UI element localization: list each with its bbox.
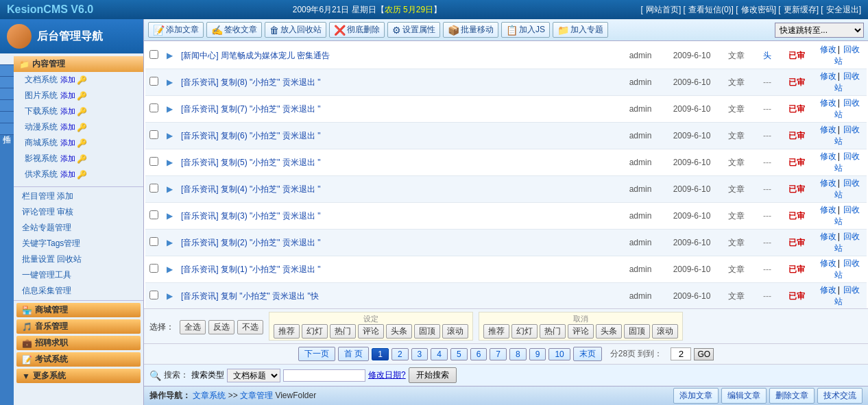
- search-type-select[interactable]: 文档标题 文档内容 作者: [227, 369, 280, 382]
- row-recycle-link[interactable]: 回收站: [834, 232, 860, 253]
- add-topic-button[interactable]: 📁 加入专题: [553, 22, 608, 38]
- row-edit-link[interactable]: 修改: [820, 125, 836, 134]
- cal-date[interactable]: 5月29日: [403, 5, 433, 14]
- sidebar-item-download[interactable]: 下载系统 添加 🔑: [14, 103, 143, 119]
- sidebar-item-comment[interactable]: 评论管理 审核: [14, 204, 143, 220]
- sidebar-item-onetool[interactable]: 一键管理工具: [14, 267, 143, 283]
- sidebar-item-article[interactable]: 文档系统 添加 🔑: [14, 72, 143, 88]
- search-input[interactable]: [283, 369, 365, 382]
- row-checkbox[interactable]: [149, 157, 158, 166]
- sidebar-item-keyword[interactable]: 关键字Tags管理: [14, 236, 143, 251]
- tab-content[interactable]: 内容: [0, 53, 14, 65]
- tab-tag[interactable]: 标签: [0, 100, 14, 112]
- row-title[interactable]: [音乐资讯] 复制 "小拍芝" 贡米退出 "快: [181, 291, 319, 301]
- search-date-link[interactable]: 修改日期?: [368, 369, 406, 381]
- section-music[interactable]: 🎵 音乐管理: [16, 319, 141, 334]
- shop-add-btn[interactable]: 添加: [60, 138, 75, 148]
- row-recycle-link[interactable]: 回收站: [834, 151, 860, 173]
- invert-select-btn[interactable]: 反选: [208, 320, 234, 334]
- row-recycle-link[interactable]: 回收站: [834, 258, 860, 280]
- tab-settings[interactable]: 设置: [0, 65, 14, 77]
- row-edit-link[interactable]: 修改: [820, 45, 836, 54]
- nav-logout[interactable]: 安全退出: [826, 5, 859, 14]
- article-icon-btn[interactable]: 🔑: [77, 75, 87, 85]
- row-checkbox[interactable]: [149, 264, 158, 273]
- row-title[interactable]: [音乐资讯] 复制(2) "小拍芝" 贡米退出 ": [181, 238, 320, 247]
- nav-refresh[interactable]: 更新缓存: [784, 5, 817, 14]
- tab-plugin[interactable]: 插件: [0, 123, 14, 135]
- sidebar-item-image[interactable]: 图片系统 添加 🔑: [14, 88, 143, 103]
- page-8-btn[interactable]: 8: [509, 348, 527, 360]
- row-edit-link[interactable]: 修改: [820, 98, 836, 108]
- row-tag[interactable]: 头: [754, 42, 781, 69]
- row-recycle-link[interactable]: 回收站: [834, 125, 860, 146]
- nav-sms[interactable]: 查看短信(0): [688, 5, 732, 14]
- sidebar-item-supply[interactable]: 供求系统 添加 🔑: [14, 167, 143, 182]
- page-2-btn[interactable]: 2: [391, 348, 409, 360]
- set-attr-button[interactable]: ⚙ 设置属性: [387, 22, 440, 38]
- supply-icon-btn[interactable]: 🔑: [77, 170, 87, 180]
- row-title[interactable]: [新闻中心] 周笔畅成为媒体宠儿 密集通告: [181, 51, 330, 60]
- cancel-hot-btn[interactable]: 热门: [540, 324, 566, 339]
- image-icon-btn[interactable]: 🔑: [77, 91, 87, 101]
- row-recycle-link[interactable]: 回收站: [834, 45, 860, 66]
- row-edit-link[interactable]: 修改: [820, 205, 836, 214]
- last-page-btn[interactable]: 末页: [573, 347, 602, 361]
- delete-button[interactable]: ❌ 彻底删除: [329, 22, 385, 38]
- set-comment-btn[interactable]: 评论: [358, 324, 384, 339]
- row-edit-link[interactable]: 修改: [820, 232, 836, 241]
- status-delete-btn[interactable]: 删除文章: [769, 388, 815, 404]
- page-6-btn[interactable]: 6: [470, 348, 487, 360]
- tab-model[interactable]: 模型: [0, 88, 14, 100]
- section-exam[interactable]: 📝 考试系统: [16, 352, 141, 367]
- row-checkbox[interactable]: [149, 291, 158, 299]
- shop-icon-btn[interactable]: 🔑: [77, 138, 87, 148]
- quick-jump-select[interactable]: 快速跳转至...: [775, 23, 864, 38]
- set-headline-btn[interactable]: 头条: [386, 324, 412, 339]
- status-tech-btn[interactable]: 技术交流: [817, 388, 863, 404]
- row-edit-link[interactable]: 修改: [820, 71, 836, 81]
- row-edit-link[interactable]: 修改: [820, 151, 836, 161]
- row-edit-link[interactable]: 修改: [820, 285, 836, 295]
- anime-icon-btn[interactable]: 🔑: [77, 123, 87, 132]
- row-tag-value[interactable]: 头: [763, 51, 771, 60]
- row-title[interactable]: [音乐资讯] 复制(7) "小拍芝" 贡米退出 ": [181, 104, 320, 114]
- row-recycle-link[interactable]: 回收站: [834, 285, 860, 306]
- page-9-btn[interactable]: 9: [529, 348, 546, 360]
- row-title[interactable]: [音乐资讯] 复制(5) "小拍芝" 贡米退出 ": [181, 158, 320, 167]
- sidebar-item-special[interactable]: 全站专题管理: [14, 220, 143, 236]
- path-article-mgmt[interactable]: 文章管理: [240, 391, 273, 400]
- nav-password[interactable]: 修改密码: [741, 5, 774, 14]
- set-pin-btn[interactable]: 固顶: [414, 324, 440, 339]
- cancel-pin-btn[interactable]: 固顶: [624, 324, 650, 339]
- cancel-slide-btn[interactable]: 幻灯: [511, 324, 538, 339]
- section-shop[interactable]: 🏪 商城管理: [16, 303, 141, 317]
- add-article-button[interactable]: 📝 添加文章: [148, 22, 204, 38]
- status-add-btn[interactable]: 添加文章: [673, 388, 719, 404]
- row-checkbox[interactable]: [149, 210, 158, 219]
- row-edit-link[interactable]: 修改: [820, 178, 836, 188]
- set-slide-btn[interactable]: 幻灯: [302, 324, 328, 339]
- no-select-btn[interactable]: 不选: [237, 320, 263, 334]
- download-icon-btn[interactable]: 🔑: [77, 107, 87, 116]
- cancel-headline-btn[interactable]: 头条: [596, 324, 622, 339]
- set-hot-btn[interactable]: 热门: [330, 324, 356, 339]
- page-7-btn[interactable]: 7: [490, 348, 507, 360]
- page-3-btn[interactable]: 3: [411, 348, 429, 360]
- anime-add-btn[interactable]: 添加: [60, 122, 75, 132]
- row-recycle-link[interactable]: 回收站: [834, 71, 860, 93]
- page-5-btn[interactable]: 5: [450, 348, 468, 360]
- sidebar-item-anime[interactable]: 动漫系统 添加 🔑: [14, 119, 143, 135]
- batch-move-button[interactable]: 📦 批量移动: [443, 22, 498, 38]
- cal-link[interactable]: 农历: [385, 5, 401, 14]
- row-title[interactable]: [音乐资讯] 复制(3) "小拍芝" 贡米退出 ": [181, 211, 320, 221]
- article-add-btn[interactable]: 添加: [60, 75, 75, 85]
- tab-related[interactable]: 相关: [0, 77, 14, 88]
- row-title[interactable]: [音乐资讯] 复制(6) "小拍芝" 贡米退出 ": [181, 131, 320, 140]
- row-checkbox[interactable]: [149, 77, 158, 86]
- row-checkbox[interactable]: [149, 130, 158, 139]
- row-recycle-link[interactable]: 回收站: [834, 178, 860, 199]
- row-title[interactable]: [音乐资讯] 复制(4) "小拍芝" 贡米退出 ": [181, 184, 320, 194]
- next-page-btn[interactable]: 下一页: [298, 347, 335, 361]
- row-recycle-link[interactable]: 回收站: [834, 205, 860, 226]
